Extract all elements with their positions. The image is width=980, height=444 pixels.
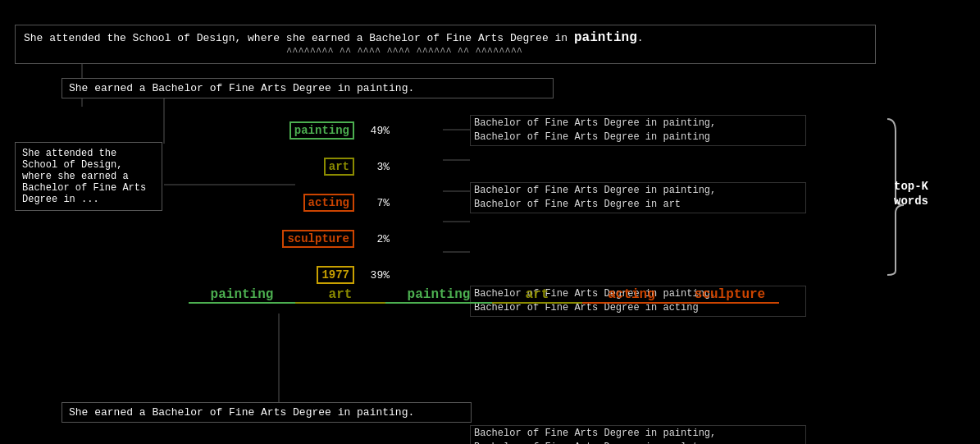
sentence-pair-4: Bachelor of Fine Arts Degree in painting…: [470, 425, 806, 444]
main-container: She attended the School of Design, where…: [0, 0, 980, 444]
sentence-line-2a: Bachelor of Fine Arts Degree in painting…: [474, 184, 802, 198]
word-row-sculpture: sculpture 2%: [279, 223, 398, 254]
word-cell-painting: painting: [279, 124, 361, 137]
word-row-acting: acting 7%: [279, 187, 398, 218]
word-label-1977: 1977: [317, 266, 354, 284]
top-sentence-text: She attended the School of Design, where…: [24, 30, 867, 45]
topk-label: top-Kwords: [894, 179, 928, 208]
sentence-pair-1: Bachelor of Fine Arts Degree in painting…: [470, 115, 806, 146]
word-label-acting: acting: [303, 194, 354, 212]
word-table: painting 49% art 3% acting 7% sculpture …: [279, 115, 398, 295]
pct-painting: 49%: [361, 125, 398, 137]
bottom-word-painting1: painting: [189, 287, 295, 304]
top-sentence-prefix: She attended the School of Design, where…: [24, 32, 574, 44]
word-row-1977: 1977 39%: [279, 259, 398, 291]
bottom-words-row: painting art painting art acting sculptu…: [189, 287, 845, 304]
pct-1977: 39%: [361, 269, 398, 282]
word-cell-acting: acting: [279, 196, 361, 209]
extracted-sentence-bottom: She earned a Bachelor of Fine Arts Degre…: [62, 402, 472, 423]
bottom-word-art1: art: [295, 287, 385, 304]
word-cell-sculpture: sculpture: [279, 232, 361, 245]
pct-art: 3%: [361, 161, 398, 173]
sentence-line-4b: Bachelor of Fine Arts Degree in sculptur…: [474, 441, 802, 444]
sentence-line-1a: Bachelor of Fine Arts Degree in painting…: [474, 117, 802, 130]
sentence-line-2b: Bachelor of Fine Arts Degree in art: [474, 198, 802, 212]
pct-sculpture: 2%: [361, 233, 398, 245]
bottom-word-painting2: painting: [385, 287, 492, 304]
word-row-art: art 3%: [279, 151, 398, 182]
pct-acting: 7%: [361, 197, 398, 209]
top-sentence-end: .: [637, 32, 644, 44]
bottom-word-sculpture: sculpture: [681, 287, 779, 304]
top-sentence-highlight: painting: [574, 30, 637, 45]
left-text-block: She attended theSchool of Design,where s…: [15, 142, 162, 211]
sentence-pair-2: Bachelor of Fine Arts Degree in painting…: [470, 182, 806, 213]
word-row-painting: painting 49%: [279, 115, 398, 146]
extracted-sentence-top: She earned a Bachelor of Fine Arts Degre…: [62, 78, 554, 98]
word-cell-art: art: [279, 160, 361, 173]
top-sentence-box: She attended the School of Design, where…: [15, 25, 876, 64]
word-label-art: art: [324, 158, 354, 176]
bottom-word-art2: art: [492, 287, 582, 304]
sentence-line-1b: Bachelor of Fine Arts Degree in painting: [474, 130, 802, 144]
caret-line: ^^^^^^^^ ^^ ^^^^ ^^^^ ^^^^^^ ^^ ^^^^^^^^: [24, 47, 867, 58]
word-cell-1977: 1977: [279, 268, 361, 282]
word-label-painting: painting: [289, 121, 354, 140]
bottom-word-acting: acting: [582, 287, 681, 304]
sentence-line-4a: Bachelor of Fine Arts Degree in painting…: [474, 427, 802, 441]
sentences-panel: Bachelor of Fine Arts Degree in painting…: [470, 115, 806, 444]
word-label-sculpture: sculpture: [282, 230, 354, 248]
